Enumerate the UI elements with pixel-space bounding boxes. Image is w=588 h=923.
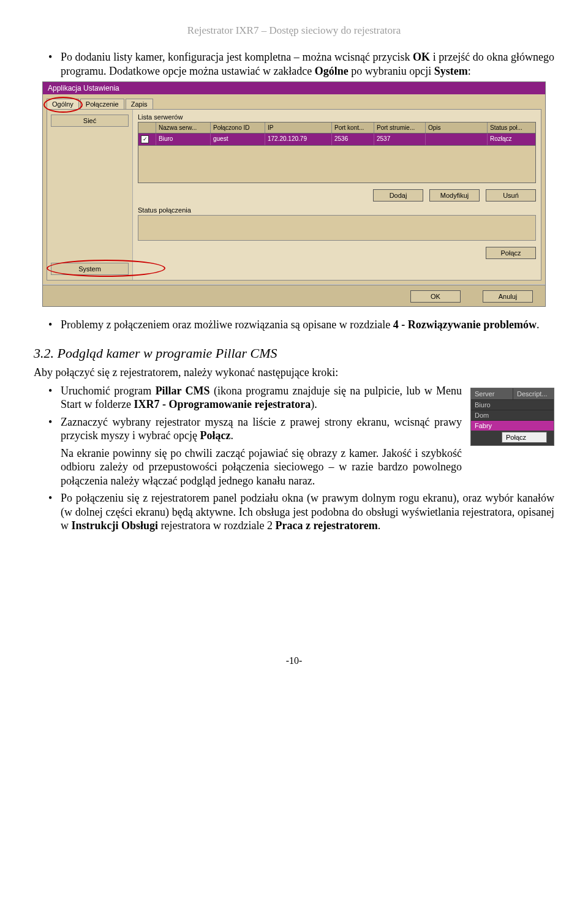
- grid-col-name: Nazwa serw...: [156, 122, 211, 133]
- text: Uruchomić program: [61, 385, 156, 397]
- row-name: Biuro: [156, 134, 211, 145]
- tab-bar: Ogólny Połączenie Zapis: [47, 97, 541, 109]
- intro-item: Po dodaniu listy kamer, konfiguracja jes…: [48, 50, 554, 78]
- sidebar-btn-system[interactable]: System: [51, 263, 129, 275]
- server-list-label: Lista serwerów: [138, 113, 536, 121]
- text: Zaznaczyć wybrany rejestrator myszą na l…: [61, 416, 462, 442]
- row-id: guest: [211, 134, 265, 145]
- tab-label: Ogólny: [52, 100, 74, 108]
- bold-ok: OK: [413, 51, 430, 63]
- mini-header: Server Descript...: [471, 388, 554, 399]
- mini-col-server: Server: [471, 388, 513, 399]
- grid-col-checkbox: [138, 122, 156, 133]
- step-2-cont: Na ekranie powinny się po chwili zacząć …: [61, 446, 462, 488]
- text: .: [537, 318, 540, 331]
- cancel-button[interactable]: Anuluj: [483, 290, 533, 303]
- bold-praca: Praca z rejestratorem: [275, 519, 377, 532]
- page-header: Rejestrator IXR7 – Dostęp sieciowy do re…: [34, 24, 554, 37]
- mini-col-descript: Descript...: [513, 388, 554, 399]
- text: rejestratora w rozdziale 2: [158, 519, 275, 532]
- bold-chapter: 4 - Rozwiązywanie problemów: [393, 318, 537, 331]
- grid-col-status: Status poł...: [488, 122, 535, 133]
- mid-item: Problemy z połączeniem oraz możliwe rozw…: [48, 318, 554, 332]
- connect-button[interactable]: Połącz: [486, 247, 536, 259]
- step-3: Po połączeniu się z rejestratorem panel …: [48, 491, 554, 533]
- mini-row-biuro[interactable]: Biuro: [471, 399, 554, 410]
- row-ports: 2537: [374, 134, 426, 145]
- text: po wybraniu opcji: [349, 65, 434, 77]
- text: :: [468, 65, 471, 77]
- row-checkbox[interactable]: ✓: [138, 134, 156, 145]
- bold-instr: Instrukcji Obsługi: [72, 519, 159, 532]
- section-heading: 3.2. Podgląd kamer w programie Pillar CM…: [34, 345, 554, 361]
- connection-status-label: Status połączenia: [138, 206, 536, 214]
- row-portk: 2536: [332, 134, 374, 145]
- steps-list: Uruchomić program Pillar CMS (ikona prog…: [34, 384, 462, 492]
- grid-col-id: Połączono ID: [211, 122, 265, 133]
- mid-list: Problemy z połączeniem oraz możliwe rozw…: [34, 318, 554, 332]
- bold-folder: IXR7 - Oprogramowanie rejestratora: [134, 398, 311, 410]
- ok-button[interactable]: OK: [410, 290, 461, 303]
- bold-ogolne: Ogólne: [315, 65, 349, 77]
- steps-list-cont: Po połączeniu się z rejestratorem panel …: [34, 491, 554, 533]
- grid-empty-area: [138, 146, 536, 183]
- grid-row[interactable]: ✓ Biuro guest 172.20.120.79 2536 2537 Ro…: [138, 134, 536, 146]
- mini-row-fabry[interactable]: Fabry: [471, 420, 554, 431]
- mini-row-dom[interactable]: Dom: [471, 410, 554, 420]
- left-sidebar: Sieć System: [47, 110, 133, 280]
- grid-col-portk: Port kont...: [332, 122, 374, 133]
- context-menu-item-polacz[interactable]: Połącz: [502, 432, 547, 443]
- text: Po dodaniu listy kamer, konfiguracja jes…: [61, 51, 413, 63]
- tab-polaczenie[interactable]: Połączenie: [80, 99, 124, 109]
- checkmark-icon: ✓: [141, 135, 149, 143]
- bold-pillar: Pillar CMS: [156, 385, 210, 397]
- tab-zapis[interactable]: Zapis: [126, 99, 153, 109]
- settings-window: Applikacja Ustawienia Ogólny Połączenie …: [42, 81, 546, 307]
- text: .: [230, 429, 233, 442]
- window-title: Applikacja Ustawienia: [43, 82, 545, 94]
- sidebar-btn-siec[interactable]: Sieć: [51, 115, 129, 127]
- intro-list: Po dodaniu listy kamer, konfiguracja jes…: [34, 50, 554, 78]
- dialog-bottom-buttons: OK Anuluj: [43, 285, 545, 306]
- add-button[interactable]: Dodaj: [373, 189, 423, 202]
- section-intro: Aby połączyć się z rejestratorem, należy…: [34, 366, 554, 379]
- grid-header: Nazwa serw... Połączono ID IP Port kont.…: [138, 122, 536, 134]
- connection-status-box: [138, 215, 536, 241]
- delete-button[interactable]: Usuń: [486, 189, 536, 202]
- btn-label: System: [78, 265, 101, 273]
- bold-polacz: Połącz: [200, 429, 230, 442]
- step-2: Zaznaczyć wybrany rejestrator myszą na l…: [48, 415, 462, 488]
- row-ip: 172.20.120.79: [265, 134, 332, 145]
- tab-ogolny[interactable]: Ogólny: [47, 99, 79, 109]
- step-1: Uruchomić program Pillar CMS (ikona prog…: [48, 384, 462, 412]
- row-opis: [426, 134, 488, 145]
- row-status: Rozłącz: [488, 134, 535, 145]
- page-number: -10-: [34, 655, 554, 666]
- text: Problemy z połączeniem oraz możliwe rozw…: [61, 318, 393, 331]
- context-menu-screenshot: Server Descript... Biuro Dom Fabry Połąc…: [470, 388, 554, 446]
- text: ).: [311, 398, 317, 410]
- grid-col-opis: Opis: [426, 122, 488, 133]
- grid-col-ports: Port strumie...: [374, 122, 426, 133]
- grid-col-ip: IP: [265, 122, 332, 133]
- text: .: [378, 519, 381, 532]
- modify-button[interactable]: Modyfikuj: [429, 189, 480, 202]
- bold-system: System: [434, 65, 468, 77]
